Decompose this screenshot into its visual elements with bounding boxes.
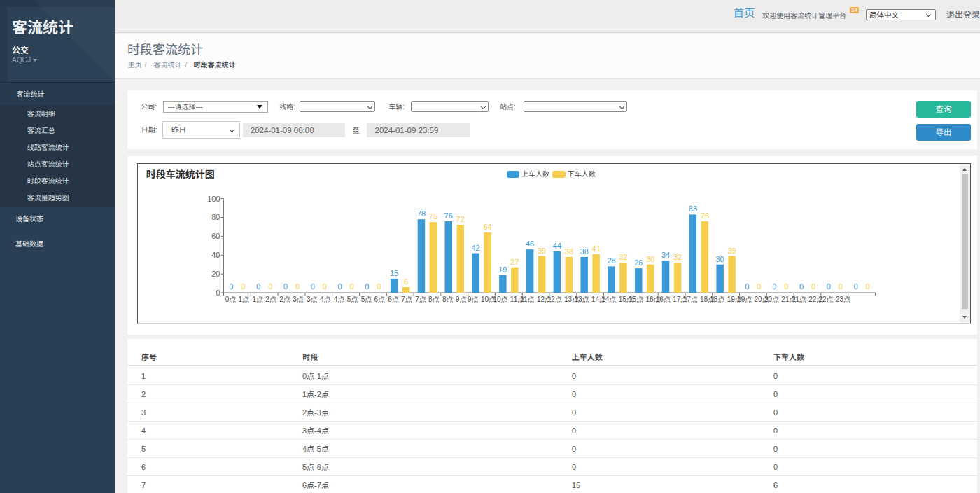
svg-text:0: 0 (811, 282, 816, 291)
svg-text:32: 32 (619, 253, 627, 261)
svg-text:0: 0 (757, 282, 761, 291)
svg-text:40: 40 (211, 251, 220, 259)
svg-text:83: 83 (689, 204, 697, 213)
svg-text:42: 42 (471, 244, 479, 252)
svg-text:34: 34 (662, 251, 670, 259)
svg-text:76: 76 (444, 211, 453, 220)
svg-text:72: 72 (456, 215, 465, 223)
svg-text:64: 64 (483, 223, 491, 231)
svg-text:0: 0 (866, 282, 870, 291)
svg-text:39: 39 (538, 246, 546, 255)
svg-text:0: 0 (377, 282, 381, 291)
svg-text:41: 41 (592, 244, 601, 253)
svg-text:20: 20 (211, 270, 220, 278)
svg-text:78: 78 (417, 209, 426, 218)
svg-text:7点-8点: 7点-8点 (415, 296, 439, 303)
svg-text:0: 0 (772, 282, 776, 291)
svg-text:46: 46 (526, 239, 534, 248)
svg-text:60: 60 (211, 232, 220, 240)
svg-text:0: 0 (799, 282, 804, 291)
svg-text:75: 75 (429, 212, 438, 221)
svg-text:0: 0 (229, 282, 233, 291)
svg-text:6点-7点: 6点-7点 (388, 296, 412, 303)
svg-text:0: 0 (827, 282, 831, 291)
svg-text:76: 76 (701, 211, 709, 220)
svg-text:26: 26 (634, 258, 643, 267)
svg-text:38: 38 (580, 247, 589, 256)
svg-text:27: 27 (510, 258, 519, 266)
svg-text:44: 44 (553, 242, 561, 250)
svg-text:1点-2点: 1点-2点 (252, 296, 276, 303)
svg-text:0: 0 (256, 282, 260, 291)
svg-text:0: 0 (338, 282, 342, 291)
svg-text:39: 39 (727, 246, 736, 255)
svg-text:5点-6点: 5点-6点 (361, 296, 385, 303)
svg-text:6: 6 (404, 277, 408, 286)
svg-text:15: 15 (390, 269, 398, 277)
svg-text:28: 28 (607, 256, 615, 265)
svg-text:32: 32 (673, 253, 682, 261)
svg-text:0: 0 (241, 282, 245, 291)
svg-text:30: 30 (646, 255, 654, 263)
svg-text:2点-3点: 2点-3点 (279, 296, 303, 303)
svg-text:0: 0 (295, 282, 300, 291)
svg-text:0点-1点: 0点-1点 (225, 296, 249, 303)
svg-text:3点-4点: 3点-4点 (307, 296, 330, 303)
svg-text:80: 80 (211, 213, 220, 221)
svg-text:8点-9点: 8点-9点 (442, 296, 466, 303)
svg-text:0: 0 (784, 282, 788, 291)
svg-text:100: 100 (207, 195, 220, 203)
svg-text:0: 0 (745, 282, 749, 291)
svg-text:0: 0 (311, 282, 315, 291)
svg-text:4点-5点: 4点-5点 (334, 296, 358, 303)
svg-text:0: 0 (216, 289, 220, 297)
svg-text:0: 0 (365, 282, 369, 291)
svg-text:30: 30 (715, 255, 724, 263)
svg-text:0: 0 (350, 282, 354, 291)
svg-text:9点-10点: 9点-10点 (468, 296, 496, 303)
svg-text:0: 0 (854, 282, 858, 291)
svg-text:19: 19 (498, 265, 507, 274)
svg-text:0: 0 (284, 282, 288, 291)
svg-text:0: 0 (323, 282, 327, 291)
svg-text:38: 38 (565, 247, 573, 256)
svg-text:0: 0 (268, 282, 272, 291)
svg-text:22点-23点: 22点-23点 (819, 296, 851, 303)
svg-text:0: 0 (839, 282, 843, 291)
